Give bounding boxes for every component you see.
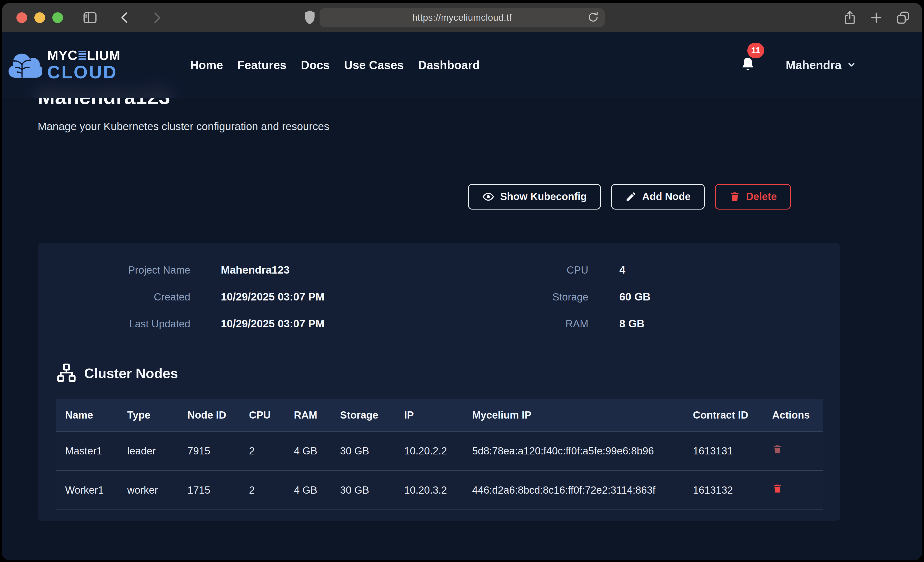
node-contract-id: 1613131 (684, 431, 763, 471)
col-type: Type (118, 399, 178, 431)
col-ip: IP (395, 399, 463, 431)
show-kubeconfig-button[interactable]: Show Kubeconfig (468, 184, 601, 209)
cpu-value: 4 (588, 264, 823, 276)
last-updated-label: Last Updated (38, 318, 190, 330)
storage-label: Storage (472, 291, 588, 303)
url-text: https://myceliumcloud.tf (412, 12, 512, 23)
cluster-nodes-table: Name Type Node ID CPU RAM Storage IP Myc… (56, 399, 823, 510)
node-name: Master1 (56, 431, 118, 471)
nav-link-docs[interactable]: Docs (301, 58, 330, 72)
node-contract-id: 1613132 (684, 471, 763, 510)
page-subtitle: Manage your Kubernetes cluster configura… (38, 120, 886, 133)
node-cpu: 2 (240, 471, 285, 510)
delete-node-button[interactable] (772, 444, 783, 455)
brand-word-top-pre: MYC (47, 49, 78, 62)
node-name: Worker1 (56, 471, 118, 510)
nav-link-home[interactable]: Home (190, 58, 223, 72)
brand-wordmark: MYC LIUM CLOUD (47, 49, 120, 81)
nav-link-use-cases[interactable]: Use Cases (344, 58, 404, 72)
last-updated-value: 10/29/2025 03:07 PM (190, 318, 472, 330)
privacy-shield-icon[interactable] (303, 10, 317, 25)
col-node-id: Node ID (178, 399, 240, 431)
col-storage: Storage (331, 399, 395, 431)
navbar-right: 11 Mahendra (740, 56, 856, 74)
nav-link-dashboard[interactable]: Dashboard (418, 58, 480, 72)
show-kubeconfig-label: Show Kubeconfig (500, 191, 587, 202)
node-storage: 30 GB (331, 471, 395, 510)
main-content: Mahendra123 Manage your Kubernetes clust… (2, 32, 922, 560)
browser-window: https://myceliumcloud.tf (2, 3, 922, 560)
sidebar-toggle-icon[interactable] (82, 10, 98, 25)
nav-link-features[interactable]: Features (237, 58, 286, 72)
notification-count-badge: 11 (747, 43, 764, 58)
cluster-actions: Show Kubeconfig Add Node (38, 184, 886, 209)
main-nav: Home Features Docs Use Cases Dashboard (190, 58, 480, 72)
address-bar[interactable]: https://myceliumcloud.tf (320, 8, 605, 27)
col-name: Name (56, 399, 118, 431)
browser-chrome: https://myceliumcloud.tf (2, 3, 922, 32)
zoom-window-button[interactable] (52, 12, 63, 23)
notifications-bell[interactable]: 11 (740, 56, 756, 74)
back-icon[interactable] (118, 11, 132, 25)
cluster-info-grid: Project Name Mahendra123 CPU 4 Created 1… (38, 264, 823, 330)
close-window-button[interactable] (16, 12, 27, 23)
site-navbar: MYC LIUM CLOUD Home Features Docs Use Ca… (2, 32, 922, 98)
node-type: leader (118, 431, 178, 471)
cluster-nodes-title: Cluster Nodes (84, 365, 178, 381)
reload-icon[interactable] (587, 11, 599, 24)
project-name-label: Project Name (38, 264, 190, 276)
ram-value: 8 GB (588, 318, 823, 330)
bell-icon (740, 69, 756, 74)
delete-node-button[interactable] (772, 483, 783, 495)
node-cpu: 2 (240, 431, 285, 471)
node-type: worker (118, 471, 178, 510)
col-contract-id: Contract ID (684, 399, 763, 431)
cluster-details-card: Project Name Mahendra123 CPU 4 Created 1… (38, 243, 840, 521)
brand-logo[interactable]: MYC LIUM CLOUD (8, 49, 120, 81)
table-row: Worker1 worker 1715 2 4 GB 30 GB 10.20.3… (56, 471, 823, 510)
tab-overview-icon[interactable] (895, 10, 910, 25)
node-ram: 4 GB (285, 431, 331, 471)
minimize-window-button[interactable] (34, 12, 45, 23)
chevron-down-icon (846, 60, 856, 70)
user-name: Mahendra (786, 58, 842, 72)
network-nodes-icon (56, 363, 77, 384)
cluster-nodes-heading: Cluster Nodes (56, 363, 823, 384)
created-label: Created (38, 291, 190, 303)
add-node-button[interactable]: Add Node (611, 184, 705, 209)
brand-word-top-post: LIUM (87, 49, 120, 62)
node-mycelium-ip: 5d8:78ea:a120:f40c:ff0f:a5fe:99e6:8b96 (463, 431, 684, 471)
col-cpu: CPU (240, 399, 285, 431)
screen: https://myceliumcloud.tf (0, 0, 924, 562)
brand-word-bottom: CLOUD (47, 63, 120, 81)
trash-icon (729, 191, 740, 202)
node-ip: 10.20.2.2 (395, 431, 463, 471)
share-icon[interactable] (843, 10, 857, 25)
node-id: 7915 (178, 431, 240, 471)
created-value: 10/29/2025 03:07 PM (190, 291, 472, 303)
delete-label: Delete (746, 191, 777, 202)
node-storage: 30 GB (331, 431, 395, 471)
node-ip: 10.20.3.2 (395, 471, 463, 510)
node-ram: 4 GB (285, 471, 331, 510)
web-page: Mahendra123 Manage your Kubernetes clust… (2, 32, 922, 560)
new-tab-icon[interactable] (869, 10, 884, 25)
user-menu[interactable]: Mahendra (786, 58, 856, 72)
eye-icon (482, 191, 495, 203)
project-name-value: Mahendra123 (190, 264, 472, 276)
storage-value: 60 GB (588, 291, 823, 303)
node-id: 1715 (178, 471, 240, 510)
ram-label: RAM (472, 318, 588, 330)
pencil-icon (625, 191, 636, 202)
cpu-label: CPU (472, 264, 588, 276)
delete-cluster-button[interactable]: Delete (715, 184, 791, 209)
node-mycelium-ip: 446:d2a6:8bcd:8c16:ff0f:72e2:3114:863f (463, 471, 684, 510)
table-header-row: Name Type Node ID CPU RAM Storage IP Myc… (56, 399, 823, 431)
col-mycelium-ip: Mycelium IP (463, 399, 684, 431)
mycelium-cloud-logo-icon (8, 49, 42, 81)
col-actions: Actions (763, 399, 823, 431)
forward-icon[interactable] (150, 11, 164, 25)
table-row: Master1 leader 7915 2 4 GB 30 GB 10.20.2… (56, 431, 823, 471)
stylized-e-icon (78, 51, 86, 60)
col-ram: RAM (285, 399, 331, 431)
